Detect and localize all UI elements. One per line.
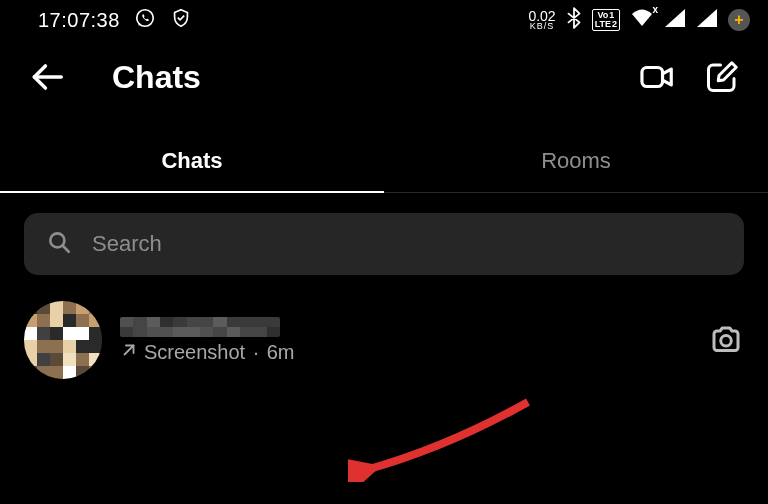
back-button[interactable] [28, 58, 66, 96]
arrow-outgoing-icon [120, 341, 138, 364]
page-title: Chats [112, 59, 201, 96]
status-right: 0.02 KB/S Vo1 LTE2 x + [528, 7, 750, 34]
chat-username-redacted [120, 317, 280, 337]
chat-list: Screenshot · 6m [0, 279, 768, 379]
svg-point-6 [721, 336, 732, 347]
signal-icon-2 [696, 8, 718, 33]
compose-button[interactable] [704, 59, 740, 95]
tab-chats[interactable]: Chats [0, 132, 384, 192]
search-icon [46, 229, 72, 259]
volte-indicator: Vo1 LTE2 [592, 9, 620, 31]
status-clock: 17:07:38 [38, 9, 120, 32]
shield-check-icon [170, 7, 192, 34]
avatar [24, 301, 102, 379]
chat-row[interactable]: Screenshot · 6m [24, 301, 744, 379]
status-left: 17:07:38 [38, 7, 192, 34]
data-rate-unit: KB/S [530, 22, 555, 30]
annotation-arrow [348, 392, 538, 482]
tab-rooms[interactable]: Rooms [384, 132, 768, 192]
svg-line-4 [63, 246, 69, 252]
signal-icon-1 [664, 8, 686, 33]
svg-rect-2 [642, 68, 663, 87]
tab-chats-label: Chats [161, 148, 222, 173]
video-call-button[interactable] [638, 58, 676, 96]
chat-subtext-separator: · [253, 341, 259, 364]
chat-text: Screenshot · 6m [120, 317, 690, 364]
wifi-icon: x [630, 8, 654, 33]
chat-subtext-label: Screenshot [144, 341, 245, 364]
tabs: Chats Rooms [0, 132, 768, 193]
header-right [638, 58, 740, 96]
data-rate-indicator: 0.02 KB/S [528, 10, 555, 31]
bluetooth-icon [566, 7, 582, 34]
app-header: Chats [0, 40, 768, 114]
tab-rooms-label: Rooms [541, 148, 611, 173]
header-left: Chats [28, 58, 201, 96]
search-input[interactable] [92, 231, 722, 257]
search-container [0, 193, 768, 279]
search-bar[interactable] [24, 213, 744, 275]
whatsapp-icon [134, 7, 156, 34]
wifi-badge: x [652, 4, 658, 15]
status-bar: 17:07:38 0.02 KB/S Vo1 LTE2 [0, 0, 768, 40]
camera-button[interactable] [708, 322, 744, 358]
chat-subtext-time: 6m [267, 341, 295, 364]
svg-line-5 [125, 345, 134, 354]
add-indicator-icon: + [728, 9, 750, 31]
chat-subtext: Screenshot · 6m [120, 341, 690, 364]
